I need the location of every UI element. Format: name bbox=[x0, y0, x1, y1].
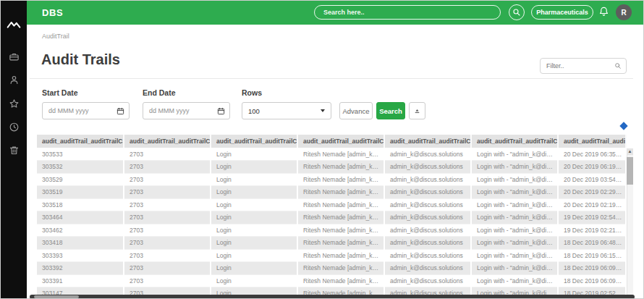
rows-label: Rows bbox=[242, 88, 262, 97]
calendar-icon[interactable] bbox=[116, 107, 124, 115]
table-cell: 20 Dec 2019 02:29:24 PM bbox=[558, 186, 626, 199]
column-header[interactable]: audit_auditTrail_auditTrailC... bbox=[471, 135, 558, 148]
table-row[interactable]: 3033932703LoginRitesh Nemade [admin_k@di… bbox=[37, 249, 626, 262]
table-cell: admin_k@discus.solutions bbox=[384, 186, 471, 199]
table-cell: 2703 bbox=[124, 274, 211, 287]
table-cell: Login bbox=[211, 173, 297, 186]
table-cell: 18 Dec 2019 06:09:24 PM bbox=[558, 262, 626, 275]
advance-button-label: Advance bbox=[343, 107, 370, 115]
brand-title: DBS bbox=[42, 7, 63, 18]
table-cell: Ritesh Nemade [admin_k@discus... bbox=[297, 173, 384, 186]
top-bar: DBS Pharmaceuticals R bbox=[27, 1, 644, 25]
table-row[interactable]: 3033912703LoginRitesh Nemade [admin_k@di… bbox=[37, 274, 626, 287]
table-cell: Login bbox=[211, 249, 297, 262]
table-cell: 2703 bbox=[124, 249, 211, 262]
table-cell: admin_k@discus.solutions bbox=[384, 274, 471, 287]
table-cell: Login with - "admin_k@discus.sol... bbox=[471, 161, 558, 174]
briefcase-icon bbox=[9, 51, 20, 62]
table-cell: 2703 bbox=[124, 148, 211, 161]
audit-table: audit_auditTrail_auditTrailC...audit_aud… bbox=[37, 135, 627, 295]
filter-search-icon[interactable] bbox=[614, 62, 622, 70]
table-cell: Login bbox=[211, 161, 297, 174]
table-cell: 18 Dec 2019 06:15:51 PM bbox=[558, 249, 626, 262]
start-date-input[interactable] bbox=[43, 107, 116, 114]
clock-icon bbox=[9, 122, 20, 132]
table-cell: Ritesh Nemade [admin_k@discus... bbox=[297, 274, 384, 287]
sidebar-item-trash[interactable] bbox=[1, 140, 27, 159]
table-cell: Login bbox=[211, 198, 297, 211]
sidebar-item-workspace[interactable] bbox=[1, 47, 27, 66]
table-cell: Login with - "admin_k@discus.sol... bbox=[471, 173, 558, 186]
table-cell: 20 Dec 2019 02:19:24 PM bbox=[558, 198, 626, 211]
add-column-icon[interactable] bbox=[619, 122, 627, 130]
app-logo[interactable] bbox=[1, 15, 27, 33]
horizontal-scrollbar[interactable] bbox=[30, 295, 635, 299]
sidebar-item-favorites[interactable] bbox=[1, 94, 27, 113]
filter-input[interactable] bbox=[541, 62, 614, 70]
org-selector-label: Pharmaceuticals bbox=[536, 9, 588, 16]
table-cell: admin_k@discus.solutions bbox=[384, 262, 471, 275]
user-avatar[interactable]: R bbox=[616, 4, 632, 20]
table-cell: Login bbox=[211, 262, 297, 275]
export-button[interactable] bbox=[409, 102, 425, 119]
table-cell: Ritesh Nemade [admin_k@discus... bbox=[297, 186, 384, 199]
table-cell: 18 Dec 2019 06:48:51 PM bbox=[558, 237, 626, 250]
breadcrumb[interactable]: AuditTrail bbox=[42, 33, 69, 40]
table-row[interactable]: 3033922703LoginRitesh Nemade [admin_k@di… bbox=[37, 262, 626, 275]
table-cell: admin_k@discus.solutions bbox=[384, 249, 471, 262]
end-date-input[interactable] bbox=[143, 107, 217, 114]
audit-table-container: audit_auditTrail_auditTrailC...audit_aud… bbox=[37, 135, 633, 295]
table-cell: 2703 bbox=[124, 173, 211, 186]
table-cell: 19 Dec 2019 02:21:43 PM bbox=[558, 224, 626, 237]
table-cell: admin_k@discus.solutions bbox=[384, 148, 471, 161]
table-row[interactable]: 3035322703LoginRitesh Nemade [admin_k@di… bbox=[37, 161, 626, 174]
rows-select[interactable]: 100 bbox=[242, 102, 331, 119]
table-cell: 303519 bbox=[37, 186, 124, 199]
column-header[interactable]: audit_auditTrail_auditTrailC... bbox=[384, 135, 471, 148]
table-row[interactable]: 3034622703LoginRitesh Nemade [admin_k@di… bbox=[37, 224, 626, 237]
table-cell: admin_k@discus.solutions bbox=[384, 198, 471, 211]
trash-icon bbox=[9, 145, 20, 156]
table-cell: 19 Dec 2019 02:54:01 PM bbox=[558, 211, 626, 224]
table-cell: 2703 bbox=[124, 186, 211, 199]
horizontal-scrollbar-thumb[interactable] bbox=[34, 295, 79, 298]
table-cell: Login bbox=[211, 237, 297, 250]
column-header[interactable]: audit_auditTrail_auditTrailC... bbox=[558, 135, 626, 148]
table-cell: 20 Dec 2019 06:19:41 PM bbox=[558, 161, 626, 174]
global-search-input[interactable] bbox=[314, 5, 501, 20]
column-header[interactable]: audit_auditTrail_auditTrailC... bbox=[37, 135, 124, 148]
table-row[interactable]: 3034642703LoginRitesh Nemade [admin_k@di… bbox=[37, 211, 626, 224]
vertical-scrollbar-thumb[interactable] bbox=[627, 157, 633, 185]
table-header-row: audit_auditTrail_auditTrailC...audit_aud… bbox=[37, 135, 626, 148]
search-button[interactable] bbox=[509, 4, 525, 20]
page-title: Audit Trails bbox=[41, 51, 120, 68]
sidebar-item-users[interactable] bbox=[1, 70, 27, 89]
search-submit-button[interactable]: Search bbox=[376, 102, 405, 119]
table-row[interactable]: 3034182703LoginRitesh Nemade [admin_k@di… bbox=[37, 237, 626, 250]
table-cell: 303391 bbox=[37, 274, 124, 287]
org-selector-button[interactable]: Pharmaceuticals bbox=[531, 5, 593, 20]
table-row[interactable]: 3035332703LoginRitesh Nemade [admin_k@di… bbox=[37, 148, 626, 161]
column-header[interactable]: audit_auditTrail_auditTrailC... bbox=[297, 135, 384, 148]
table-cell: 303464 bbox=[37, 211, 124, 224]
table-row[interactable]: 3035182703LoginRitesh Nemade [admin_k@di… bbox=[37, 198, 626, 211]
table-cell: admin_k@discus.solutions bbox=[384, 173, 471, 186]
user-icon bbox=[9, 75, 20, 85]
column-header[interactable]: audit_auditTrail_auditTrailC... bbox=[211, 135, 297, 148]
calendar-icon[interactable] bbox=[217, 107, 225, 115]
table-cell: Ritesh Nemade [admin_k@discus... bbox=[297, 148, 384, 161]
chevron-down-icon bbox=[321, 109, 325, 112]
table-cell: Ritesh Nemade [admin_k@discus... bbox=[297, 224, 384, 237]
table-row[interactable]: 3035292703LoginRitesh Nemade [admin_k@di… bbox=[37, 173, 626, 186]
table-cell: 303392 bbox=[37, 262, 124, 275]
table-cell: 2703 bbox=[124, 262, 211, 275]
sidebar-item-history[interactable] bbox=[1, 117, 27, 136]
scroll-up-icon[interactable]: ▲ bbox=[627, 148, 633, 155]
table-cell: 303533 bbox=[37, 148, 124, 161]
notifications-button[interactable] bbox=[598, 6, 609, 17]
advance-button[interactable]: Advance bbox=[339, 102, 373, 119]
table-cell: Ritesh Nemade [admin_k@discus... bbox=[297, 198, 384, 211]
column-header[interactable]: audit_auditTrail_auditTrailC... bbox=[124, 135, 211, 148]
table-cell: Ritesh Nemade [admin_k@discus... bbox=[297, 161, 384, 174]
table-row[interactable]: 3035192703LoginRitesh Nemade [admin_k@di… bbox=[37, 186, 626, 199]
